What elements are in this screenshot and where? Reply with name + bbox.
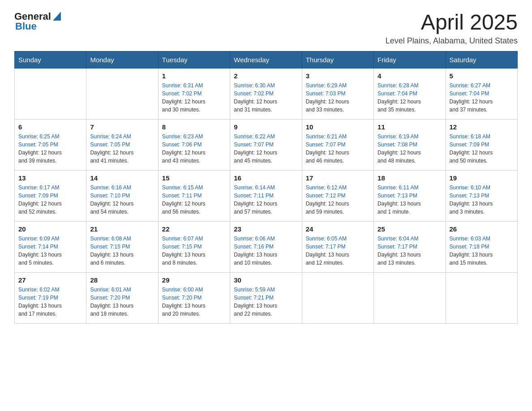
day-info-line: Sunrise: 6:06 AM bbox=[234, 235, 298, 243]
day-info-line: Sunrise: 6:14 AM bbox=[234, 184, 298, 192]
calendar-cell: 11Sunrise: 6:19 AMSunset: 7:08 PMDayligh… bbox=[374, 119, 446, 170]
day-info: Sunrise: 6:31 AMSunset: 7:02 PMDaylight:… bbox=[162, 81, 226, 114]
logo-triangle-icon bbox=[53, 12, 61, 21]
day-info-line: Sunrise: 6:22 AM bbox=[234, 133, 298, 141]
day-info-line: Sunset: 7:11 PM bbox=[162, 192, 226, 200]
day-info-line: and 30 minutes. bbox=[162, 106, 226, 114]
calendar-cell bbox=[446, 272, 517, 323]
day-info-line: and 20 minutes. bbox=[162, 310, 226, 318]
day-info-line: Sunrise: 6:07 AM bbox=[162, 235, 226, 243]
day-info-line: Sunrise: 6:30 AM bbox=[234, 81, 298, 90]
day-info: Sunrise: 6:28 AMSunset: 7:04 PMDaylight:… bbox=[378, 81, 442, 114]
day-info: Sunrise: 6:09 AMSunset: 7:14 PMDaylight:… bbox=[18, 235, 82, 267]
page-header: General Blue April 2025 Level Plains, Al… bbox=[14, 11, 518, 46]
day-info-line: and 22 minutes. bbox=[234, 310, 298, 318]
day-info-line: Daylight: 13 hours bbox=[162, 251, 226, 259]
day-number: 10 bbox=[306, 123, 370, 131]
logo: General Blue bbox=[14, 11, 61, 32]
day-info-line: Daylight: 12 hours bbox=[234, 200, 298, 208]
day-number: 27 bbox=[18, 276, 82, 284]
day-info-line: and 43 minutes. bbox=[162, 157, 226, 165]
day-info-line: Sunset: 7:10 PM bbox=[90, 192, 154, 200]
day-info-line: Daylight: 12 hours bbox=[378, 149, 442, 157]
calendar-cell: 22Sunrise: 6:07 AMSunset: 7:15 PMDayligh… bbox=[158, 221, 230, 272]
day-info-line: and 1 minute. bbox=[378, 208, 442, 216]
day-info-line: Daylight: 13 hours bbox=[90, 251, 154, 259]
calendar-cell: 8Sunrise: 6:23 AMSunset: 7:06 PMDaylight… bbox=[158, 119, 230, 170]
calendar-cell: 17Sunrise: 6:12 AMSunset: 7:12 PMDayligh… bbox=[302, 170, 373, 221]
day-info-line: and 57 minutes. bbox=[234, 208, 298, 216]
day-info-line: Sunset: 7:17 PM bbox=[306, 243, 370, 251]
calendar-cell bbox=[86, 68, 158, 119]
calendar-cell: 9Sunrise: 6:22 AMSunset: 7:07 PMDaylight… bbox=[230, 119, 302, 170]
day-info-line: Sunset: 7:09 PM bbox=[18, 192, 82, 200]
day-info-line: Sunrise: 6:00 AM bbox=[162, 286, 226, 294]
day-info: Sunrise: 6:01 AMSunset: 7:20 PMDaylight:… bbox=[90, 286, 154, 318]
day-info-line: Daylight: 12 hours bbox=[18, 200, 82, 208]
calendar-cell: 29Sunrise: 6:00 AMSunset: 7:20 PMDayligh… bbox=[158, 272, 230, 323]
day-info-line: Sunset: 7:19 PM bbox=[18, 294, 82, 302]
calendar-cell: 1Sunrise: 6:31 AMSunset: 7:02 PMDaylight… bbox=[158, 68, 230, 119]
day-info-line: Sunset: 7:20 PM bbox=[162, 294, 226, 302]
day-info-line: Sunset: 7:05 PM bbox=[18, 141, 82, 149]
day-info-line: Daylight: 13 hours bbox=[18, 251, 82, 259]
day-number: 13 bbox=[18, 174, 82, 182]
calendar-cell: 13Sunrise: 6:17 AMSunset: 7:09 PMDayligh… bbox=[15, 170, 86, 221]
day-number: 29 bbox=[162, 276, 226, 284]
day-number: 6 bbox=[18, 123, 82, 131]
day-info: Sunrise: 6:02 AMSunset: 7:19 PMDaylight:… bbox=[18, 286, 82, 318]
title-area: April 2025 Level Plains, Alabama, United… bbox=[386, 11, 518, 46]
day-info-line: and 52 minutes. bbox=[18, 208, 82, 216]
day-info-line: Daylight: 12 hours bbox=[234, 98, 298, 106]
day-info-line: and 50 minutes. bbox=[450, 157, 514, 165]
day-info-line: Sunrise: 6:29 AM bbox=[306, 81, 370, 90]
day-info-line: Sunset: 7:17 PM bbox=[378, 243, 442, 251]
day-info-line: and 45 minutes. bbox=[234, 157, 298, 165]
day-number: 25 bbox=[378, 225, 442, 233]
day-number: 11 bbox=[378, 123, 442, 131]
day-number: 21 bbox=[90, 225, 154, 233]
day-info-line: and 12 minutes. bbox=[306, 259, 370, 267]
day-info: Sunrise: 5:59 AMSunset: 7:21 PMDaylight:… bbox=[234, 286, 298, 318]
calendar-week-row: 27Sunrise: 6:02 AMSunset: 7:19 PMDayligh… bbox=[15, 272, 518, 323]
day-info-line: Daylight: 13 hours bbox=[450, 200, 514, 208]
calendar-cell: 12Sunrise: 6:18 AMSunset: 7:09 PMDayligh… bbox=[446, 119, 517, 170]
day-info-line: Daylight: 13 hours bbox=[234, 302, 298, 310]
day-info: Sunrise: 6:10 AMSunset: 7:13 PMDaylight:… bbox=[450, 184, 514, 216]
day-info-line: and 10 minutes. bbox=[234, 259, 298, 267]
col-tuesday: Tuesday bbox=[158, 51, 230, 68]
day-info-line: Sunset: 7:15 PM bbox=[90, 243, 154, 251]
day-info: Sunrise: 6:00 AMSunset: 7:20 PMDaylight:… bbox=[162, 286, 226, 318]
day-info-line: Daylight: 13 hours bbox=[18, 302, 82, 310]
day-info: Sunrise: 6:24 AMSunset: 7:05 PMDaylight:… bbox=[90, 133, 154, 165]
day-info-line: Daylight: 12 hours bbox=[234, 149, 298, 157]
day-info-line: Sunrise: 6:11 AM bbox=[378, 184, 442, 192]
day-info-line: Sunrise: 6:03 AM bbox=[450, 235, 514, 243]
day-info-line: Sunrise: 6:10 AM bbox=[450, 184, 514, 192]
day-info-line: and 37 minutes. bbox=[450, 106, 514, 114]
calendar-cell: 6Sunrise: 6:25 AMSunset: 7:05 PMDaylight… bbox=[15, 119, 86, 170]
day-info-line: Sunset: 7:04 PM bbox=[378, 90, 442, 98]
calendar-cell: 30Sunrise: 5:59 AMSunset: 7:21 PMDayligh… bbox=[230, 272, 302, 323]
day-info-line: and 17 minutes. bbox=[18, 310, 82, 318]
day-info-line: Sunset: 7:08 PM bbox=[378, 141, 442, 149]
day-info-line: and 31 minutes. bbox=[234, 106, 298, 114]
day-number: 14 bbox=[90, 174, 154, 182]
calendar-cell: 25Sunrise: 6:04 AMSunset: 7:17 PMDayligh… bbox=[374, 221, 446, 272]
day-info-line: Sunset: 7:09 PM bbox=[450, 141, 514, 149]
day-info: Sunrise: 6:21 AMSunset: 7:07 PMDaylight:… bbox=[306, 133, 370, 165]
day-info-line: and 59 minutes. bbox=[306, 208, 370, 216]
day-info-line: Daylight: 12 hours bbox=[162, 200, 226, 208]
day-info: Sunrise: 6:03 AMSunset: 7:18 PMDaylight:… bbox=[450, 235, 514, 267]
day-info-line: Daylight: 13 hours bbox=[306, 251, 370, 259]
day-info-line: and 8 minutes. bbox=[162, 259, 226, 267]
day-number: 26 bbox=[450, 225, 514, 233]
day-info-line: Daylight: 12 hours bbox=[450, 149, 514, 157]
day-info: Sunrise: 6:12 AMSunset: 7:12 PMDaylight:… bbox=[306, 184, 370, 216]
day-info-line: and 13 minutes. bbox=[378, 259, 442, 267]
day-info: Sunrise: 6:22 AMSunset: 7:07 PMDaylight:… bbox=[234, 133, 298, 165]
day-info: Sunrise: 6:04 AMSunset: 7:17 PMDaylight:… bbox=[378, 235, 442, 267]
day-info-line: Sunset: 7:04 PM bbox=[450, 90, 514, 98]
day-number: 19 bbox=[450, 174, 514, 182]
calendar-cell: 20Sunrise: 6:09 AMSunset: 7:14 PMDayligh… bbox=[15, 221, 86, 272]
